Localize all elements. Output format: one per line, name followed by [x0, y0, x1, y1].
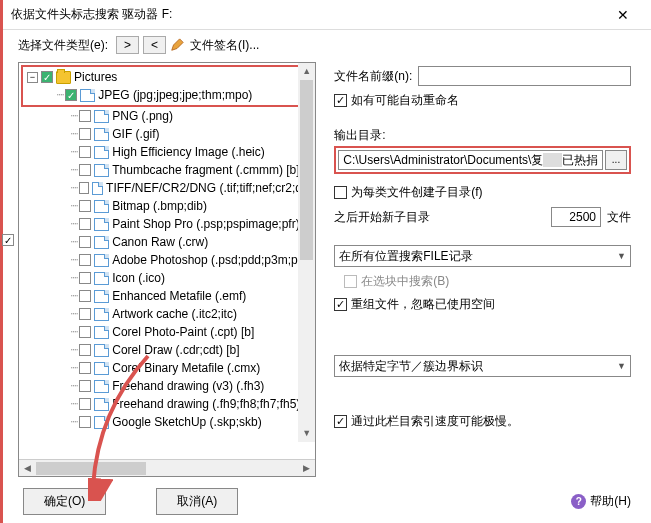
tree-item[interactable]: ┈Corel Draw (.cdr;cdt) [b]	[21, 341, 315, 359]
checkbox[interactable]	[79, 326, 91, 338]
tree-item[interactable]: ┈Artwork cache (.itc2;itc)	[21, 305, 315, 323]
tree-item-label: Corel Binary Metafile (.cmx)	[112, 361, 260, 375]
tree-item[interactable]: ┈Thumbcache fragment (.cmmm) [b]	[21, 161, 315, 179]
tree-item-jpeg[interactable]: ┈ ✓ JPEG (jpg;jpeg;jpe;thm;mpo)	[23, 86, 301, 104]
checkbox[interactable]	[79, 128, 91, 140]
tree-item[interactable]: ┈Corel Binary Metafile (.cmx)	[21, 359, 315, 377]
scroll-left-icon[interactable]: ◀	[19, 460, 36, 477]
search-location-select[interactable]: 在所有位置搜索FILE记录 ▼	[334, 245, 631, 267]
scroll-thumb-h[interactable]	[36, 462, 146, 475]
prefix-input[interactable]	[418, 66, 631, 86]
tree-item-label: Icon (.ico)	[112, 271, 165, 285]
tree-item[interactable]: ┈Adobe Photoshop (.psd;pdd;p3m;p3r	[21, 251, 315, 269]
file-icon	[94, 254, 109, 267]
scroll-right-icon[interactable]: ▶	[298, 460, 315, 477]
dialog-window: 依据文件头标志搜索 驱动器 F: ✕ 选择文件类型(e): > < 文件签名(I…	[0, 0, 651, 523]
left-edge-checkbox[interactable]: ✓	[2, 234, 14, 246]
search-location-value: 在所有位置搜索FILE记录	[339, 248, 472, 265]
file-icon	[94, 308, 109, 321]
horizontal-scrollbar[interactable]: ◀ ▶	[19, 459, 315, 476]
checkbox[interactable]	[79, 344, 91, 356]
tree-item-label: Enhanced Metafile (.emf)	[112, 289, 246, 303]
checkbox[interactable]	[79, 200, 91, 212]
checkbox[interactable]	[79, 236, 91, 248]
tree-item[interactable]: ┈TIFF/NEF/CR2/DNG (.tif;tiff;nef;cr2;dng	[21, 179, 315, 197]
checkbox[interactable]	[79, 380, 91, 392]
auto-rename-label: 如有可能自动重命名	[351, 92, 459, 109]
tree-item-label: Bitmap (.bmp;dib)	[112, 199, 207, 213]
window-title: 依据文件头标志搜索 驱动器 F:	[11, 6, 603, 23]
checkbox[interactable]	[79, 416, 91, 428]
checkbox-jpeg[interactable]: ✓	[65, 89, 77, 101]
byte-boundary-value: 依据特定字节／簇边界标识	[339, 358, 483, 375]
cancel-button[interactable]: 取消(A)	[156, 488, 238, 515]
tree-item-label: Artwork cache (.itc2;itc)	[112, 307, 237, 321]
tree-root-pictures[interactable]: − ✓ Pictures	[23, 68, 301, 86]
tree-item[interactable]: ┈Freehand drawing (.fh9;fh8;fh7;fh5)	[21, 395, 315, 413]
highlight-box-tree: − ✓ Pictures ┈ ✓ JPEG (jpg;jpeg;jpe;thm;…	[21, 65, 303, 107]
tree-item[interactable]: ┈GIF (.gif)	[21, 125, 315, 143]
tree-item-label: Canon Raw (.crw)	[112, 235, 208, 249]
subfolder-checkbox[interactable]	[334, 186, 347, 199]
tree-item-label: GIF (.gif)	[112, 127, 159, 141]
tree-root-label: Pictures	[74, 70, 117, 84]
newfolder-label: 之后开始新子目录	[334, 209, 551, 226]
tree-item[interactable]: ┈Bitmap (.bmp;dib)	[21, 197, 315, 215]
output-path-input[interactable]: C:\Users\Administrator\Documents\复 已热捐	[338, 150, 603, 170]
checkbox[interactable]	[79, 110, 91, 122]
tree-item-label: PNG (.png)	[112, 109, 173, 123]
browse-button[interactable]: ...	[605, 150, 627, 170]
checkbox[interactable]	[79, 290, 91, 302]
checkbox[interactable]	[79, 254, 91, 266]
search-in-selection-label: 在选块中搜索(B)	[361, 273, 449, 290]
file-icon	[92, 182, 104, 195]
newfolder-count-input[interactable]	[551, 207, 601, 227]
tree-item[interactable]: ┈Icon (.ico)	[21, 269, 315, 287]
tree-item-label: Corel Draw (.cdr;cdt) [b]	[112, 343, 239, 357]
byte-boundary-select[interactable]: 依据特定字节／簇边界标识 ▼	[334, 355, 631, 377]
file-icon	[94, 218, 109, 231]
checkbox[interactable]	[79, 146, 91, 158]
tree-item[interactable]: ┈Canon Raw (.crw)	[21, 233, 315, 251]
tree-item-label: TIFF/NEF/CR2/DNG (.tif;tiff;nef;cr2;dng	[106, 181, 315, 195]
checkbox-pictures[interactable]: ✓	[41, 71, 53, 83]
expand-button[interactable]: >	[116, 36, 139, 54]
file-signature-link[interactable]: 文件签名(I)...	[190, 37, 259, 54]
checkbox[interactable]	[79, 398, 91, 410]
ok-button[interactable]: 确定(O)	[23, 488, 106, 515]
tree-item[interactable]: ┈High Efficiency Image (.heic)	[21, 143, 315, 161]
checkbox[interactable]	[79, 164, 91, 176]
auto-rename-checkbox[interactable]	[334, 94, 347, 107]
file-icon	[94, 416, 109, 429]
subfolder-label: 为每类文件创建子目录(f)	[351, 184, 482, 201]
pencil-icon	[170, 38, 184, 52]
scroll-down-icon[interactable]: ▼	[298, 425, 315, 442]
slow-index-checkbox[interactable]	[334, 415, 347, 428]
highlight-box-path: C:\Users\Administrator\Documents\复 已热捐 .…	[334, 146, 631, 174]
tree-item-label: Thumbcache fragment (.cmmm) [b]	[112, 163, 299, 177]
scroll-thumb-v[interactable]	[300, 80, 313, 260]
tree-item-label: Google SketchUp (.skp;skb)	[112, 415, 261, 429]
checkbox[interactable]	[79, 272, 91, 284]
tree-item[interactable]: ┈Freehand drawing (v3) (.fh3)	[21, 377, 315, 395]
file-icon	[94, 200, 109, 213]
checkbox[interactable]	[79, 182, 88, 194]
checkbox[interactable]	[79, 218, 91, 230]
help-button[interactable]: ? 帮助(H)	[571, 493, 631, 510]
tree-item[interactable]: ┈Google SketchUp (.skp;skb)	[21, 413, 315, 431]
file-icon	[94, 236, 109, 249]
scroll-up-icon[interactable]: ▲	[298, 63, 315, 80]
collapse-icon[interactable]: −	[27, 72, 38, 83]
dedup-checkbox[interactable]	[334, 298, 347, 311]
checkbox[interactable]	[79, 308, 91, 320]
checkbox[interactable]	[79, 362, 91, 374]
tree-item[interactable]: ┈Paint Shop Pro (.psp;pspimage;pfr) [b	[21, 215, 315, 233]
vertical-scrollbar[interactable]: ▲ ▼	[298, 63, 315, 442]
tree-item[interactable]: ┈PNG (.png)	[21, 107, 315, 125]
file-icon	[94, 146, 109, 159]
collapse-button[interactable]: <	[143, 36, 166, 54]
file-type-tree: − ✓ Pictures ┈ ✓ JPEG (jpg;jpeg;jpe;thm;…	[19, 63, 315, 459]
close-icon[interactable]: ✕	[603, 7, 643, 23]
tree-item[interactable]: ┈Corel Photo-Paint (.cpt) [b]	[21, 323, 315, 341]
tree-item[interactable]: ┈Enhanced Metafile (.emf)	[21, 287, 315, 305]
